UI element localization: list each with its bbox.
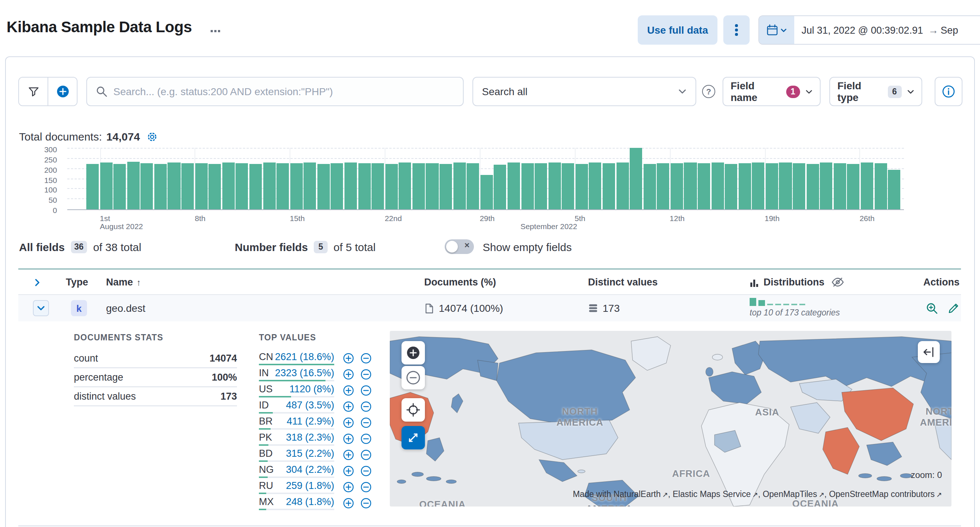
histogram-bar[interactable] [453, 163, 466, 209]
histogram-bar[interactable] [304, 163, 316, 209]
use-full-data-button[interactable]: Use full data [638, 15, 718, 45]
show-empty-fields-toggle[interactable]: × [445, 240, 474, 254]
collapse-row-button[interactable] [33, 300, 49, 316]
histogram-bar[interactable] [385, 164, 398, 209]
histogram-bar[interactable] [616, 163, 628, 209]
histogram-bar[interactable] [344, 163, 357, 209]
column-header-distinct-values[interactable]: Distinct values [588, 269, 658, 295]
filter-for-value-button[interactable] [343, 385, 354, 396]
histogram-bar[interactable] [86, 164, 99, 210]
filter-for-value-button[interactable] [343, 433, 354, 444]
filter-out-value-button[interactable] [361, 498, 372, 509]
date-range-start[interactable]: Jul 31, 2022 @ 00:39:02.91 [794, 24, 926, 35]
help-icon[interactable]: ? [702, 85, 715, 98]
histogram-bar[interactable] [725, 164, 737, 210]
field-type-filter-dropdown[interactable]: Field type 6 [829, 77, 922, 106]
histogram-bar[interactable] [331, 163, 344, 209]
histogram-bar[interactable] [820, 163, 832, 209]
histogram-bar[interactable] [603, 163, 615, 209]
histogram-bar[interactable] [847, 164, 860, 210]
filter-out-value-button[interactable] [361, 369, 372, 380]
filter-for-value-button[interactable] [343, 353, 354, 364]
map-zoom-in-button[interactable] [401, 341, 425, 364]
map-attribution-link[interactable]: OpenStreetMap contributors↗ [829, 490, 942, 498]
histogram-bar[interactable] [562, 163, 574, 209]
histogram-bar[interactable] [576, 164, 588, 210]
histogram-bar[interactable] [806, 164, 819, 209]
filter-for-value-button[interactable] [343, 449, 354, 460]
page-options-icon[interactable] [211, 30, 220, 32]
histogram-bar[interactable] [711, 162, 724, 209]
column-header-name[interactable]: Name ↑ [106, 269, 141, 295]
histogram-bar[interactable] [222, 163, 235, 209]
histogram-bar[interactable] [127, 161, 139, 209]
filter-for-value-button[interactable] [343, 401, 354, 412]
histogram-bar[interactable] [195, 163, 207, 209]
histogram-bar[interactable] [508, 163, 520, 209]
map-draw-tool-button[interactable] [401, 426, 425, 449]
histogram-bar[interactable] [263, 162, 275, 209]
field-name-filter-dropdown[interactable]: Field name 1 [722, 77, 821, 106]
histogram-bar[interactable] [208, 164, 221, 209]
map-attribution-link[interactable]: Elastic Maps Service↗ [673, 490, 758, 498]
chart-settings-button[interactable] [146, 131, 158, 142]
histogram-bar[interactable] [888, 170, 900, 209]
map-legend-collapse-button[interactable] [918, 341, 940, 363]
filter-for-value-button[interactable] [343, 417, 354, 428]
histogram-bar[interactable] [412, 163, 425, 209]
quick-select-date-button[interactable] [759, 16, 794, 44]
histogram-bar[interactable] [399, 163, 411, 209]
filter-out-value-button[interactable] [361, 449, 372, 460]
map-attribution-link[interactable]: Made with NaturalEarth↗ [573, 490, 668, 498]
histogram-bar[interactable] [480, 175, 493, 209]
explore-values-button[interactable] [926, 302, 938, 315]
search-scope-select[interactable]: Search all [473, 77, 696, 106]
search-input[interactable] [113, 86, 454, 97]
histogram-bar[interactable] [317, 164, 330, 209]
histogram-bar[interactable] [671, 164, 683, 209]
histogram-bar[interactable] [113, 164, 126, 209]
histogram-bar[interactable] [739, 163, 751, 209]
histogram-bar[interactable] [874, 163, 887, 209]
histogram-bar[interactable] [141, 163, 153, 209]
histogram-bar[interactable] [168, 163, 180, 209]
filter-out-value-button[interactable] [361, 466, 372, 476]
histogram-bar[interactable] [426, 163, 438, 209]
filter-button[interactable] [19, 78, 48, 105]
histogram-bar[interactable] [766, 164, 778, 209]
info-button[interactable] [935, 77, 963, 106]
histogram-bar[interactable] [657, 163, 670, 209]
histogram-bar[interactable] [100, 163, 112, 209]
toolbar-overflow-button[interactable] [723, 15, 749, 45]
choropleth-map[interactable]: NORTH AMERICAASIAAFRICANORTH AMERICASOUT… [390, 331, 951, 506]
histogram-bar[interactable] [521, 164, 533, 209]
histogram-bar[interactable] [589, 163, 601, 209]
histogram-bar[interactable] [535, 163, 547, 209]
hide-distributions-button[interactable] [832, 269, 844, 295]
histogram-bar[interactable] [779, 163, 792, 209]
histogram-bar[interactable] [358, 164, 371, 209]
histogram-bar[interactable] [439, 164, 452, 210]
documents-histogram[interactable]: 1st8th15th22nd29th5th12th19th26thAugust … [67, 148, 904, 210]
histogram-bar[interactable] [684, 163, 697, 209]
histogram-bar[interactable] [466, 163, 479, 209]
filter-out-value-button[interactable] [361, 482, 372, 493]
filter-for-value-button[interactable] [343, 466, 354, 476]
histogram-bar[interactable] [752, 163, 765, 209]
map-zoom-out-button[interactable] [401, 366, 425, 390]
histogram-bar[interactable] [181, 164, 194, 209]
add-filter-button[interactable] [48, 78, 77, 105]
histogram-bar[interactable] [861, 163, 873, 209]
edit-field-button[interactable] [948, 302, 959, 314]
filter-out-value-button[interactable] [361, 353, 372, 364]
filter-for-value-button[interactable] [343, 369, 354, 380]
histogram-bar[interactable] [494, 164, 506, 209]
map-attribution-link[interactable]: OpenMapTiles↗ [763, 490, 824, 498]
expand-all-button[interactable] [33, 269, 42, 295]
field-row-geo-dest[interactable]: k geo.dest 14074 (100%) 173 [18, 295, 961, 321]
histogram-bar[interactable] [290, 164, 302, 209]
histogram-bar[interactable] [372, 163, 384, 209]
column-header-type[interactable]: Type [66, 269, 88, 295]
histogram-bar[interactable] [548, 162, 561, 209]
histogram-bar[interactable] [643, 164, 655, 209]
